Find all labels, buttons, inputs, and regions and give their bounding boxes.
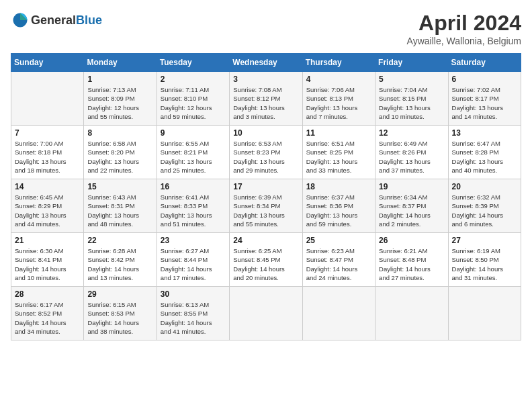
calendar-week-row: 7Sunrise: 7:00 AM Sunset: 8:18 PM Daylig… xyxy=(11,126,521,179)
day-number: 16 xyxy=(161,182,226,191)
day-number: 3 xyxy=(233,75,298,84)
calendar-cell: 25Sunrise: 6:23 AM Sunset: 8:47 PM Dayli… xyxy=(302,233,375,287)
calendar-cell: 17Sunrise: 6:39 AM Sunset: 8:34 PM Dayli… xyxy=(230,179,302,233)
day-number: 23 xyxy=(161,236,226,245)
calendar-week-row: 21Sunrise: 6:30 AM Sunset: 8:41 PM Dayli… xyxy=(11,233,521,287)
day-info: Sunrise: 6:25 AM Sunset: 8:45 PM Dayligh… xyxy=(233,246,298,282)
calendar-cell: 19Sunrise: 6:34 AM Sunset: 8:37 PM Dayli… xyxy=(375,179,448,233)
weekday-header: Friday xyxy=(375,54,448,72)
title-area: April 2024 Aywaille, Wallonia, Belgium xyxy=(407,11,521,46)
day-info: Sunrise: 6:51 AM Sunset: 8:25 PM Dayligh… xyxy=(306,139,371,175)
calendar-cell: 2Sunrise: 7:11 AM Sunset: 8:10 PM Daylig… xyxy=(157,72,229,126)
calendar-cell: 9Sunrise: 6:55 AM Sunset: 8:21 PM Daylig… xyxy=(157,126,229,179)
day-info: Sunrise: 7:00 AM Sunset: 8:18 PM Dayligh… xyxy=(15,139,80,175)
page-header: GeneralBlue April 2024 Aywaille, Walloni… xyxy=(11,11,521,46)
day-info: Sunrise: 7:11 AM Sunset: 8:10 PM Dayligh… xyxy=(161,85,226,121)
day-number: 21 xyxy=(15,236,80,245)
day-number: 24 xyxy=(233,236,298,245)
calendar-cell: 24Sunrise: 6:25 AM Sunset: 8:45 PM Dayli… xyxy=(230,233,302,287)
calendar-cell xyxy=(375,287,448,340)
day-number: 4 xyxy=(306,75,371,84)
day-info: Sunrise: 6:19 AM Sunset: 8:50 PM Dayligh… xyxy=(452,246,517,282)
day-info: Sunrise: 6:32 AM Sunset: 8:39 PM Dayligh… xyxy=(452,193,517,228)
calendar-cell: 27Sunrise: 6:19 AM Sunset: 8:50 PM Dayli… xyxy=(448,233,521,287)
calendar-cell: 3Sunrise: 7:08 AM Sunset: 8:12 PM Daylig… xyxy=(230,72,302,126)
day-number: 30 xyxy=(161,289,226,299)
calendar-cell: 29Sunrise: 6:15 AM Sunset: 8:53 PM Dayli… xyxy=(84,287,157,340)
calendar-cell: 4Sunrise: 7:06 AM Sunset: 8:13 PM Daylig… xyxy=(302,72,375,126)
day-info: Sunrise: 6:58 AM Sunset: 8:20 PM Dayligh… xyxy=(87,139,152,175)
day-info: Sunrise: 6:45 AM Sunset: 8:29 PM Dayligh… xyxy=(15,193,80,228)
day-number: 8 xyxy=(87,128,152,138)
day-info: Sunrise: 6:39 AM Sunset: 8:34 PM Dayligh… xyxy=(233,193,298,228)
weekday-header: Tuesday xyxy=(157,54,229,72)
calendar-cell: 8Sunrise: 6:58 AM Sunset: 8:20 PM Daylig… xyxy=(84,126,157,179)
calendar-cell: 28Sunrise: 6:17 AM Sunset: 8:52 PM Dayli… xyxy=(11,287,84,340)
calendar-cell xyxy=(302,287,375,340)
day-info: Sunrise: 6:27 AM Sunset: 8:44 PM Dayligh… xyxy=(161,246,226,282)
calendar-cell: 12Sunrise: 6:49 AM Sunset: 8:26 PM Dayli… xyxy=(375,126,448,179)
logo-text: GeneralBlue xyxy=(31,13,102,28)
calendar-cell: 30Sunrise: 6:13 AM Sunset: 8:55 PM Dayli… xyxy=(157,287,229,340)
day-info: Sunrise: 7:06 AM Sunset: 8:13 PM Dayligh… xyxy=(306,85,371,121)
day-info: Sunrise: 7:08 AM Sunset: 8:12 PM Dayligh… xyxy=(233,85,298,121)
day-number: 6 xyxy=(452,75,517,84)
location-subtitle: Aywaille, Wallonia, Belgium xyxy=(407,36,521,46)
day-number: 20 xyxy=(452,182,517,191)
calendar-cell: 15Sunrise: 6:43 AM Sunset: 8:31 PM Dayli… xyxy=(84,179,157,233)
day-info: Sunrise: 7:04 AM Sunset: 8:15 PM Dayligh… xyxy=(379,85,444,121)
weekday-header: Thursday xyxy=(302,54,375,72)
day-info: Sunrise: 6:15 AM Sunset: 8:53 PM Dayligh… xyxy=(87,300,152,336)
day-info: Sunrise: 6:55 AM Sunset: 8:21 PM Dayligh… xyxy=(161,139,226,175)
day-info: Sunrise: 6:47 AM Sunset: 8:28 PM Dayligh… xyxy=(452,139,517,175)
day-number: 1 xyxy=(87,75,152,84)
day-number: 5 xyxy=(379,75,444,84)
month-title: April 2024 xyxy=(407,11,521,36)
day-info: Sunrise: 6:43 AM Sunset: 8:31 PM Dayligh… xyxy=(87,193,152,228)
day-number: 17 xyxy=(233,182,298,191)
calendar-cell xyxy=(230,287,302,340)
calendar-cell: 22Sunrise: 6:28 AM Sunset: 8:42 PM Dayli… xyxy=(84,233,157,287)
weekday-header: Saturday xyxy=(448,54,521,72)
calendar-cell: 26Sunrise: 6:21 AM Sunset: 8:48 PM Dayli… xyxy=(375,233,448,287)
calendar-week-row: 28Sunrise: 6:17 AM Sunset: 8:52 PM Dayli… xyxy=(11,287,521,340)
calendar-cell: 20Sunrise: 6:32 AM Sunset: 8:39 PM Dayli… xyxy=(448,179,521,233)
day-info: Sunrise: 6:30 AM Sunset: 8:41 PM Dayligh… xyxy=(15,246,80,282)
calendar-cell: 23Sunrise: 6:27 AM Sunset: 8:44 PM Dayli… xyxy=(157,233,229,287)
day-number: 11 xyxy=(306,128,371,138)
calendar-cell: 13Sunrise: 6:47 AM Sunset: 8:28 PM Dayli… xyxy=(448,126,521,179)
calendar-cell: 10Sunrise: 6:53 AM Sunset: 8:23 PM Dayli… xyxy=(230,126,302,179)
calendar-cell: 7Sunrise: 7:00 AM Sunset: 8:18 PM Daylig… xyxy=(11,126,84,179)
day-info: Sunrise: 6:28 AM Sunset: 8:42 PM Dayligh… xyxy=(87,246,152,282)
calendar-cell: 18Sunrise: 6:37 AM Sunset: 8:36 PM Dayli… xyxy=(302,179,375,233)
day-number: 14 xyxy=(15,182,80,191)
logo-icon xyxy=(11,11,30,30)
day-number: 18 xyxy=(306,182,371,191)
weekday-header: Sunday xyxy=(11,54,84,72)
day-number: 10 xyxy=(233,128,298,138)
day-number: 7 xyxy=(15,128,80,138)
day-number: 22 xyxy=(87,236,152,245)
day-number: 2 xyxy=(161,75,226,84)
day-info: Sunrise: 6:49 AM Sunset: 8:26 PM Dayligh… xyxy=(379,139,444,175)
day-info: Sunrise: 6:34 AM Sunset: 8:37 PM Dayligh… xyxy=(379,193,444,228)
calendar-cell: 6Sunrise: 7:02 AM Sunset: 8:17 PM Daylig… xyxy=(448,72,521,126)
day-number: 28 xyxy=(15,289,80,299)
day-number: 25 xyxy=(306,236,371,245)
calendar-cell: 1Sunrise: 7:13 AM Sunset: 8:09 PM Daylig… xyxy=(84,72,157,126)
calendar-week-row: 14Sunrise: 6:45 AM Sunset: 8:29 PM Dayli… xyxy=(11,179,521,233)
calendar-cell: 5Sunrise: 7:04 AM Sunset: 8:15 PM Daylig… xyxy=(375,72,448,126)
logo-general: General xyxy=(31,13,76,27)
day-info: Sunrise: 6:21 AM Sunset: 8:48 PM Dayligh… xyxy=(379,246,444,282)
calendar-cell: 11Sunrise: 6:51 AM Sunset: 8:25 PM Dayli… xyxy=(302,126,375,179)
day-info: Sunrise: 6:41 AM Sunset: 8:33 PM Dayligh… xyxy=(161,193,226,228)
calendar-cell: 14Sunrise: 6:45 AM Sunset: 8:29 PM Dayli… xyxy=(11,179,84,233)
day-info: Sunrise: 6:23 AM Sunset: 8:47 PM Dayligh… xyxy=(306,246,371,282)
calendar-table: SundayMondayTuesdayWednesdayThursdayFrid… xyxy=(11,53,521,340)
day-number: 15 xyxy=(87,182,152,191)
day-number: 19 xyxy=(379,182,444,191)
calendar-cell: 21Sunrise: 6:30 AM Sunset: 8:41 PM Dayli… xyxy=(11,233,84,287)
day-info: Sunrise: 6:53 AM Sunset: 8:23 PM Dayligh… xyxy=(233,139,298,175)
calendar-week-row: 1Sunrise: 7:13 AM Sunset: 8:09 PM Daylig… xyxy=(11,72,521,126)
day-number: 9 xyxy=(161,128,226,138)
